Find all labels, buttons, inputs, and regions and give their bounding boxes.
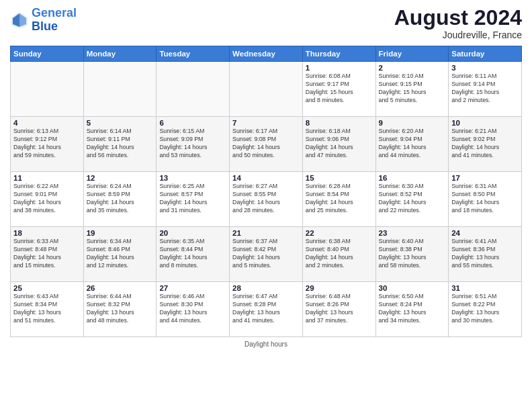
calendar-cell bbox=[157, 62, 230, 117]
day-info: Sunrise: 6:51 AM Sunset: 8:22 PM Dayligh… bbox=[451, 293, 519, 325]
day-number: 25 bbox=[13, 284, 81, 292]
day-number: 30 bbox=[379, 284, 446, 292]
calendar-cell: 28Sunrise: 6:47 AM Sunset: 8:28 PM Dayli… bbox=[230, 282, 303, 337]
day-info: Sunrise: 6:47 AM Sunset: 8:28 PM Dayligh… bbox=[232, 293, 300, 325]
calendar-week-row: 1Sunrise: 6:08 AM Sunset: 9:17 PM Daylig… bbox=[11, 62, 522, 117]
calendar-cell bbox=[11, 62, 84, 117]
day-number: 7 bbox=[232, 119, 300, 127]
calendar-cell: 25Sunrise: 6:43 AM Sunset: 8:34 PM Dayli… bbox=[11, 282, 84, 337]
calendar-cell: 16Sunrise: 6:30 AM Sunset: 8:52 PM Dayli… bbox=[375, 172, 449, 227]
calendar-cell: 5Sunrise: 6:14 AM Sunset: 9:11 PM Daylig… bbox=[83, 117, 157, 172]
day-number: 10 bbox=[451, 119, 519, 127]
day-info: Sunrise: 6:37 AM Sunset: 8:42 PM Dayligh… bbox=[232, 238, 300, 270]
calendar-table: SundayMondayTuesdayWednesdayThursdayFrid… bbox=[10, 46, 522, 337]
day-number: 9 bbox=[379, 119, 446, 127]
calendar-cell bbox=[83, 62, 157, 117]
day-info: Sunrise: 6:41 AM Sunset: 8:36 PM Dayligh… bbox=[451, 238, 519, 270]
calendar-day-header: Tuesday bbox=[157, 46, 230, 62]
day-info: Sunrise: 6:44 AM Sunset: 8:32 PM Dayligh… bbox=[87, 293, 154, 325]
day-info: Sunrise: 6:33 AM Sunset: 8:48 PM Dayligh… bbox=[13, 238, 81, 270]
calendar-cell: 19Sunrise: 6:34 AM Sunset: 8:46 PM Dayli… bbox=[83, 227, 157, 282]
day-info: Sunrise: 6:08 AM Sunset: 9:17 PM Dayligh… bbox=[306, 73, 373, 105]
day-number: 20 bbox=[159, 229, 226, 237]
calendar-cell: 2Sunrise: 6:10 AM Sunset: 9:15 PM Daylig… bbox=[375, 62, 449, 117]
logo: General Blue bbox=[10, 7, 77, 34]
day-number: 3 bbox=[451, 64, 519, 72]
calendar-cell: 10Sunrise: 6:21 AM Sunset: 9:02 PM Dayli… bbox=[449, 117, 522, 172]
calendar-cell: 27Sunrise: 6:46 AM Sunset: 8:30 PM Dayli… bbox=[157, 282, 230, 337]
day-number: 8 bbox=[306, 119, 373, 127]
calendar-week-row: 11Sunrise: 6:22 AM Sunset: 9:01 PM Dayli… bbox=[11, 172, 522, 227]
calendar-cell: 6Sunrise: 6:15 AM Sunset: 9:09 PM Daylig… bbox=[157, 117, 230, 172]
day-number: 28 bbox=[232, 284, 300, 292]
day-info: Sunrise: 6:28 AM Sunset: 8:54 PM Dayligh… bbox=[306, 183, 373, 215]
day-info: Sunrise: 6:10 AM Sunset: 9:15 PM Dayligh… bbox=[379, 73, 446, 105]
calendar-cell: 23Sunrise: 6:40 AM Sunset: 8:38 PM Dayli… bbox=[375, 227, 449, 282]
calendar-cell: 24Sunrise: 6:41 AM Sunset: 8:36 PM Dayli… bbox=[449, 227, 522, 282]
day-info: Sunrise: 6:24 AM Sunset: 8:59 PM Dayligh… bbox=[87, 183, 154, 215]
day-info: Sunrise: 6:21 AM Sunset: 9:02 PM Dayligh… bbox=[451, 128, 519, 160]
day-number: 1 bbox=[306, 64, 373, 72]
day-number: 13 bbox=[159, 174, 226, 182]
calendar-cell: 20Sunrise: 6:35 AM Sunset: 8:44 PM Dayli… bbox=[157, 227, 230, 282]
footer: Daylight hours bbox=[10, 340, 522, 348]
day-number: 2 bbox=[379, 64, 446, 72]
calendar-cell: 22Sunrise: 6:38 AM Sunset: 8:40 PM Dayli… bbox=[302, 227, 375, 282]
day-number: 26 bbox=[87, 284, 154, 292]
day-info: Sunrise: 6:18 AM Sunset: 9:06 PM Dayligh… bbox=[306, 128, 373, 160]
day-info: Sunrise: 6:43 AM Sunset: 8:34 PM Dayligh… bbox=[13, 293, 81, 325]
day-info: Sunrise: 6:50 AM Sunset: 8:24 PM Dayligh… bbox=[379, 293, 446, 325]
day-number: 22 bbox=[306, 229, 373, 237]
day-number: 19 bbox=[87, 229, 154, 237]
calendar-cell: 13Sunrise: 6:25 AM Sunset: 8:57 PM Dayli… bbox=[157, 172, 230, 227]
day-number: 15 bbox=[306, 174, 373, 182]
day-info: Sunrise: 6:22 AM Sunset: 9:01 PM Dayligh… bbox=[13, 183, 81, 215]
calendar-week-row: 4Sunrise: 6:13 AM Sunset: 9:12 PM Daylig… bbox=[11, 117, 522, 172]
calendar-cell: 14Sunrise: 6:27 AM Sunset: 8:55 PM Dayli… bbox=[230, 172, 303, 227]
day-info: Sunrise: 6:34 AM Sunset: 8:46 PM Dayligh… bbox=[87, 238, 154, 270]
day-number: 11 bbox=[13, 174, 81, 182]
day-number: 21 bbox=[232, 229, 300, 237]
day-info: Sunrise: 6:17 AM Sunset: 9:08 PM Dayligh… bbox=[232, 128, 300, 160]
day-number: 27 bbox=[159, 284, 226, 292]
day-info: Sunrise: 6:46 AM Sunset: 8:30 PM Dayligh… bbox=[159, 293, 226, 325]
calendar-day-header: Friday bbox=[375, 46, 449, 62]
day-info: Sunrise: 6:40 AM Sunset: 8:38 PM Dayligh… bbox=[379, 238, 446, 270]
calendar-cell: 15Sunrise: 6:28 AM Sunset: 8:54 PM Dayli… bbox=[302, 172, 375, 227]
calendar-week-row: 25Sunrise: 6:43 AM Sunset: 8:34 PM Dayli… bbox=[11, 282, 522, 337]
calendar-cell: 31Sunrise: 6:51 AM Sunset: 8:22 PM Dayli… bbox=[449, 282, 522, 337]
day-number: 24 bbox=[451, 229, 519, 237]
calendar-day-header: Saturday bbox=[449, 46, 522, 62]
calendar-cell: 18Sunrise: 6:33 AM Sunset: 8:48 PM Dayli… bbox=[11, 227, 84, 282]
day-number: 29 bbox=[306, 284, 373, 292]
logo-text: General Blue bbox=[32, 7, 77, 34]
calendar-cell: 4Sunrise: 6:13 AM Sunset: 9:12 PM Daylig… bbox=[11, 117, 84, 172]
day-info: Sunrise: 6:30 AM Sunset: 8:52 PM Dayligh… bbox=[379, 183, 446, 215]
calendar-cell: 17Sunrise: 6:31 AM Sunset: 8:50 PM Dayli… bbox=[449, 172, 522, 227]
calendar-day-header: Monday bbox=[83, 46, 157, 62]
calendar-day-header: Wednesday bbox=[230, 46, 303, 62]
daylight-label: Daylight hours bbox=[245, 340, 287, 348]
day-info: Sunrise: 6:20 AM Sunset: 9:04 PM Dayligh… bbox=[379, 128, 446, 160]
day-info: Sunrise: 6:38 AM Sunset: 8:40 PM Dayligh… bbox=[306, 238, 373, 270]
day-info: Sunrise: 6:25 AM Sunset: 8:57 PM Dayligh… bbox=[159, 183, 226, 215]
calendar-cell: 30Sunrise: 6:50 AM Sunset: 8:24 PM Dayli… bbox=[375, 282, 449, 337]
calendar-cell: 1Sunrise: 6:08 AM Sunset: 9:17 PM Daylig… bbox=[302, 62, 375, 117]
day-number: 14 bbox=[232, 174, 300, 182]
calendar-day-header: Thursday bbox=[302, 46, 375, 62]
calendar-cell: 8Sunrise: 6:18 AM Sunset: 9:06 PM Daylig… bbox=[302, 117, 375, 172]
header: General Blue August 2024 Joudreville, Fr… bbox=[10, 7, 522, 40]
page: General Blue August 2024 Joudreville, Fr… bbox=[0, 0, 532, 411]
month-title: August 2024 bbox=[394, 7, 522, 28]
day-number: 6 bbox=[159, 119, 226, 127]
calendar-day-header: Sunday bbox=[11, 46, 84, 62]
logo-icon bbox=[10, 11, 29, 30]
calendar-cell: 7Sunrise: 6:17 AM Sunset: 9:08 PM Daylig… bbox=[230, 117, 303, 172]
calendar-cell: 12Sunrise: 6:24 AM Sunset: 8:59 PM Dayli… bbox=[83, 172, 157, 227]
calendar-cell: 21Sunrise: 6:37 AM Sunset: 8:42 PM Dayli… bbox=[230, 227, 303, 282]
calendar-cell: 11Sunrise: 6:22 AM Sunset: 9:01 PM Dayli… bbox=[11, 172, 84, 227]
title-block: August 2024 Joudreville, France bbox=[394, 7, 522, 40]
calendar-header-row: SundayMondayTuesdayWednesdayThursdayFrid… bbox=[11, 46, 522, 62]
day-info: Sunrise: 6:48 AM Sunset: 8:26 PM Dayligh… bbox=[306, 293, 373, 325]
day-info: Sunrise: 6:15 AM Sunset: 9:09 PM Dayligh… bbox=[159, 128, 226, 160]
